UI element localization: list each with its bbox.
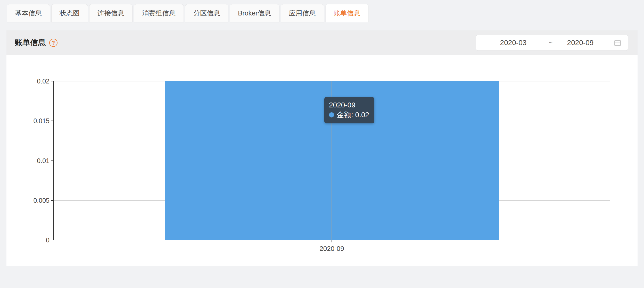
- tab-app-info[interactable]: 应用信息: [281, 4, 324, 22]
- tooltip-title: 2020-09: [329, 100, 369, 110]
- chart-tooltip: 2020-09 金额: 0.02: [324, 97, 374, 123]
- date-range-separator: ~: [546, 39, 556, 46]
- y-axis-tick: [51, 200, 54, 201]
- y-axis-label: 0.005: [33, 197, 49, 204]
- tab-partition-info[interactable]: 分区信息: [185, 4, 228, 22]
- section-title: 账单信息: [15, 37, 46, 48]
- y-axis-tick: [51, 81, 54, 81]
- y-axis-tick: [51, 240, 54, 240]
- date-end-input[interactable]: 2020-09: [556, 39, 605, 47]
- tooltip-value: 金额: 0.02: [337, 110, 369, 120]
- x-axis-tick: [332, 240, 332, 242]
- billing-section-header: 账单信息 ? 2020-03 ~ 2020-09: [6, 30, 638, 55]
- help-icon[interactable]: ?: [49, 39, 57, 47]
- y-axis-label: 0.015: [33, 117, 49, 125]
- tab-billing-info[interactable]: 账单信息: [325, 4, 369, 22]
- y-axis-label: 0.02: [37, 78, 49, 85]
- billing-chart-card: 0.02 0.015 0.01 0.005 0 2020-09 2020-09 …: [6, 55, 638, 266]
- date-range-picker[interactable]: 2020-03 ~ 2020-09: [476, 35, 628, 51]
- tab-broker-info[interactable]: Broker信息: [230, 4, 279, 22]
- calendar-icon[interactable]: [614, 39, 621, 46]
- tooltip-series-marker-icon: [329, 112, 334, 117]
- tab-connection-info[interactable]: 连接信息: [89, 4, 133, 22]
- tab-consumer-group-info[interactable]: 消费组信息: [134, 4, 184, 22]
- y-axis-label: 0.01: [37, 157, 49, 164]
- tab-bar: 基本信息 状态图 连接信息 消费组信息 分区信息 Broker信息 应用信息 账…: [0, 4, 644, 22]
- tab-status-chart[interactable]: 状态图: [51, 4, 88, 22]
- x-axis-label: 2020-09: [319, 245, 344, 253]
- y-axis-tick: [51, 160, 54, 161]
- tab-basic-info[interactable]: 基本信息: [7, 4, 50, 22]
- date-start-input[interactable]: 2020-03: [481, 39, 546, 47]
- bar-chart: 0.02 0.015 0.01 0.005 0 2020-09 2020-09 …: [54, 81, 610, 240]
- y-axis-label: 0: [46, 236, 49, 244]
- y-axis-tick: [51, 121, 54, 121]
